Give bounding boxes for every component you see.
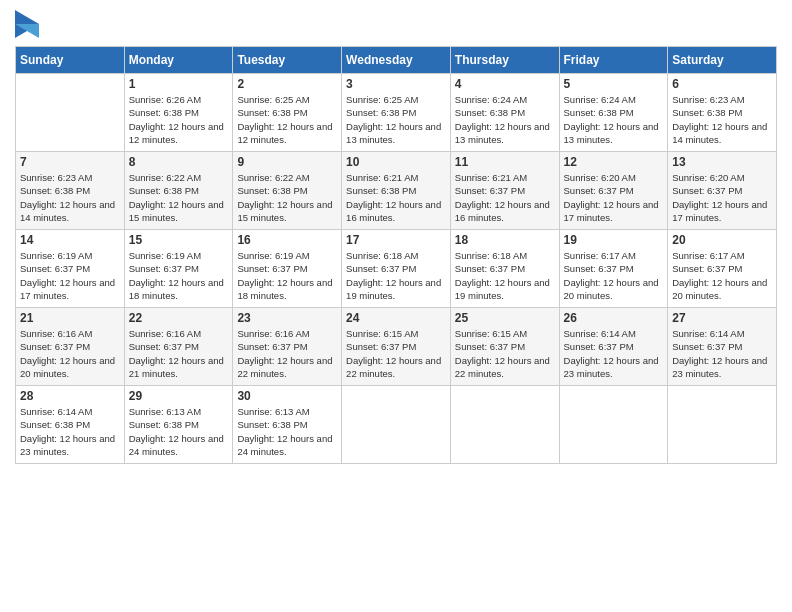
day-cell	[16, 74, 125, 152]
day-cell: 15Sunrise: 6:19 AMSunset: 6:37 PMDayligh…	[124, 230, 233, 308]
day-number: 4	[455, 77, 555, 91]
day-info: Sunrise: 6:19 AMSunset: 6:37 PMDaylight:…	[237, 249, 337, 302]
day-number: 7	[20, 155, 120, 169]
day-cell: 12Sunrise: 6:20 AMSunset: 6:37 PMDayligh…	[559, 152, 668, 230]
day-number: 17	[346, 233, 446, 247]
day-number: 19	[564, 233, 664, 247]
col-header-wednesday: Wednesday	[342, 47, 451, 74]
page: SundayMondayTuesdayWednesdayThursdayFrid…	[0, 0, 792, 612]
day-info: Sunrise: 6:23 AMSunset: 6:38 PMDaylight:…	[20, 171, 120, 224]
day-info: Sunrise: 6:25 AMSunset: 6:38 PMDaylight:…	[237, 93, 337, 146]
header	[15, 10, 777, 38]
day-number: 1	[129, 77, 229, 91]
day-info: Sunrise: 6:15 AMSunset: 6:37 PMDaylight:…	[455, 327, 555, 380]
day-number: 6	[672, 77, 772, 91]
day-cell: 3Sunrise: 6:25 AMSunset: 6:38 PMDaylight…	[342, 74, 451, 152]
day-number: 8	[129, 155, 229, 169]
day-number: 11	[455, 155, 555, 169]
day-info: Sunrise: 6:16 AMSunset: 6:37 PMDaylight:…	[237, 327, 337, 380]
col-header-monday: Monday	[124, 47, 233, 74]
day-info: Sunrise: 6:22 AMSunset: 6:38 PMDaylight:…	[129, 171, 229, 224]
week-row-2: 7Sunrise: 6:23 AMSunset: 6:38 PMDaylight…	[16, 152, 777, 230]
day-number: 28	[20, 389, 120, 403]
day-number: 10	[346, 155, 446, 169]
day-info: Sunrise: 6:26 AMSunset: 6:38 PMDaylight:…	[129, 93, 229, 146]
day-info: Sunrise: 6:15 AMSunset: 6:37 PMDaylight:…	[346, 327, 446, 380]
week-row-1: 1Sunrise: 6:26 AMSunset: 6:38 PMDaylight…	[16, 74, 777, 152]
day-number: 5	[564, 77, 664, 91]
day-cell: 22Sunrise: 6:16 AMSunset: 6:37 PMDayligh…	[124, 308, 233, 386]
day-number: 3	[346, 77, 446, 91]
day-cell	[668, 386, 777, 464]
header-row: SundayMondayTuesdayWednesdayThursdayFrid…	[16, 47, 777, 74]
day-info: Sunrise: 6:16 AMSunset: 6:37 PMDaylight:…	[20, 327, 120, 380]
day-number: 22	[129, 311, 229, 325]
day-number: 14	[20, 233, 120, 247]
day-cell: 5Sunrise: 6:24 AMSunset: 6:38 PMDaylight…	[559, 74, 668, 152]
day-info: Sunrise: 6:22 AMSunset: 6:38 PMDaylight:…	[237, 171, 337, 224]
day-number: 26	[564, 311, 664, 325]
day-cell: 30Sunrise: 6:13 AMSunset: 6:38 PMDayligh…	[233, 386, 342, 464]
day-number: 25	[455, 311, 555, 325]
day-info: Sunrise: 6:24 AMSunset: 6:38 PMDaylight:…	[455, 93, 555, 146]
day-cell: 8Sunrise: 6:22 AMSunset: 6:38 PMDaylight…	[124, 152, 233, 230]
day-cell: 1Sunrise: 6:26 AMSunset: 6:38 PMDaylight…	[124, 74, 233, 152]
day-cell: 16Sunrise: 6:19 AMSunset: 6:37 PMDayligh…	[233, 230, 342, 308]
day-number: 2	[237, 77, 337, 91]
day-cell: 9Sunrise: 6:22 AMSunset: 6:38 PMDaylight…	[233, 152, 342, 230]
day-number: 18	[455, 233, 555, 247]
day-info: Sunrise: 6:14 AMSunset: 6:37 PMDaylight:…	[564, 327, 664, 380]
day-info: Sunrise: 6:25 AMSunset: 6:38 PMDaylight:…	[346, 93, 446, 146]
day-number: 20	[672, 233, 772, 247]
week-row-5: 28Sunrise: 6:14 AMSunset: 6:38 PMDayligh…	[16, 386, 777, 464]
day-number: 9	[237, 155, 337, 169]
col-header-thursday: Thursday	[450, 47, 559, 74]
col-header-sunday: Sunday	[16, 47, 125, 74]
week-row-4: 21Sunrise: 6:16 AMSunset: 6:37 PMDayligh…	[16, 308, 777, 386]
day-cell: 18Sunrise: 6:18 AMSunset: 6:37 PMDayligh…	[450, 230, 559, 308]
day-cell: 28Sunrise: 6:14 AMSunset: 6:38 PMDayligh…	[16, 386, 125, 464]
day-info: Sunrise: 6:16 AMSunset: 6:37 PMDaylight:…	[129, 327, 229, 380]
day-info: Sunrise: 6:21 AMSunset: 6:37 PMDaylight:…	[455, 171, 555, 224]
day-info: Sunrise: 6:24 AMSunset: 6:38 PMDaylight:…	[564, 93, 664, 146]
day-cell: 10Sunrise: 6:21 AMSunset: 6:38 PMDayligh…	[342, 152, 451, 230]
day-cell: 25Sunrise: 6:15 AMSunset: 6:37 PMDayligh…	[450, 308, 559, 386]
day-cell: 24Sunrise: 6:15 AMSunset: 6:37 PMDayligh…	[342, 308, 451, 386]
day-number: 21	[20, 311, 120, 325]
day-cell: 6Sunrise: 6:23 AMSunset: 6:38 PMDaylight…	[668, 74, 777, 152]
day-number: 27	[672, 311, 772, 325]
day-cell: 14Sunrise: 6:19 AMSunset: 6:37 PMDayligh…	[16, 230, 125, 308]
day-info: Sunrise: 6:23 AMSunset: 6:38 PMDaylight:…	[672, 93, 772, 146]
day-number: 15	[129, 233, 229, 247]
day-cell: 11Sunrise: 6:21 AMSunset: 6:37 PMDayligh…	[450, 152, 559, 230]
day-cell: 19Sunrise: 6:17 AMSunset: 6:37 PMDayligh…	[559, 230, 668, 308]
day-info: Sunrise: 6:21 AMSunset: 6:38 PMDaylight:…	[346, 171, 446, 224]
day-info: Sunrise: 6:19 AMSunset: 6:37 PMDaylight:…	[20, 249, 120, 302]
day-info: Sunrise: 6:20 AMSunset: 6:37 PMDaylight:…	[564, 171, 664, 224]
day-cell: 17Sunrise: 6:18 AMSunset: 6:37 PMDayligh…	[342, 230, 451, 308]
day-number: 29	[129, 389, 229, 403]
day-cell: 4Sunrise: 6:24 AMSunset: 6:38 PMDaylight…	[450, 74, 559, 152]
day-cell: 13Sunrise: 6:20 AMSunset: 6:37 PMDayligh…	[668, 152, 777, 230]
day-number: 23	[237, 311, 337, 325]
day-number: 16	[237, 233, 337, 247]
day-info: Sunrise: 6:19 AMSunset: 6:37 PMDaylight:…	[129, 249, 229, 302]
day-info: Sunrise: 6:14 AMSunset: 6:37 PMDaylight:…	[672, 327, 772, 380]
day-cell: 20Sunrise: 6:17 AMSunset: 6:37 PMDayligh…	[668, 230, 777, 308]
day-cell: 2Sunrise: 6:25 AMSunset: 6:38 PMDaylight…	[233, 74, 342, 152]
day-number: 13	[672, 155, 772, 169]
day-number: 30	[237, 389, 337, 403]
calendar-table: SundayMondayTuesdayWednesdayThursdayFrid…	[15, 46, 777, 464]
day-info: Sunrise: 6:13 AMSunset: 6:38 PMDaylight:…	[237, 405, 337, 458]
day-cell: 29Sunrise: 6:13 AMSunset: 6:38 PMDayligh…	[124, 386, 233, 464]
day-number: 12	[564, 155, 664, 169]
day-cell: 23Sunrise: 6:16 AMSunset: 6:37 PMDayligh…	[233, 308, 342, 386]
day-number: 24	[346, 311, 446, 325]
day-cell	[342, 386, 451, 464]
week-row-3: 14Sunrise: 6:19 AMSunset: 6:37 PMDayligh…	[16, 230, 777, 308]
day-cell: 27Sunrise: 6:14 AMSunset: 6:37 PMDayligh…	[668, 308, 777, 386]
day-cell: 21Sunrise: 6:16 AMSunset: 6:37 PMDayligh…	[16, 308, 125, 386]
day-cell: 26Sunrise: 6:14 AMSunset: 6:37 PMDayligh…	[559, 308, 668, 386]
col-header-friday: Friday	[559, 47, 668, 74]
day-info: Sunrise: 6:14 AMSunset: 6:38 PMDaylight:…	[20, 405, 120, 458]
